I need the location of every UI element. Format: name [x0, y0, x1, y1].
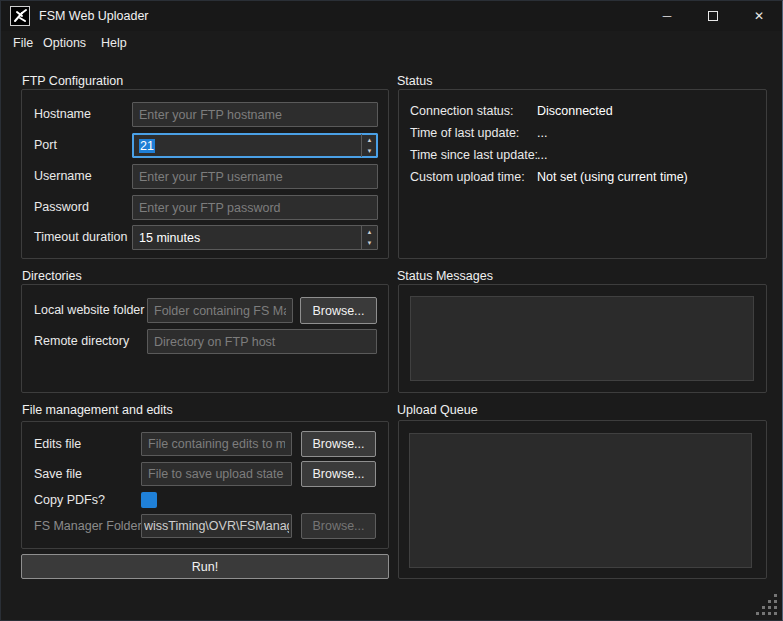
hostname-label: Hostname [34, 102, 91, 127]
local-website-folder-browse-button[interactable]: Browse... [300, 297, 377, 324]
upload-queue-title: Upload Queue [397, 403, 478, 417]
directories-title: Directories [22, 269, 82, 283]
port-spin-down-icon[interactable]: ▼ [362, 146, 377, 158]
connection-status-value: Disconnected [537, 104, 613, 118]
status-title: Status [397, 74, 432, 88]
status-messages-group [398, 284, 767, 393]
title-bar: FSM Web Uploader ─ ✕ [1, 1, 782, 31]
port-spinner[interactable]: ▲ ▼ [361, 134, 377, 157]
connection-status-label: Connection status: [410, 104, 514, 118]
port-input[interactable]: 21 ▲ ▼ [132, 133, 378, 158]
edits-file-browse-button[interactable]: Browse... [301, 431, 376, 457]
maximize-button[interactable] [690, 1, 736, 31]
save-file-input[interactable] [141, 462, 292, 486]
menu-bar: File Options Help [1, 31, 782, 55]
save-file-label: Save file [34, 462, 82, 487]
maximize-icon [708, 11, 718, 21]
status-messages-title: Status Messages [397, 269, 493, 283]
ftp-configuration-title: FTP Configuration [22, 74, 123, 88]
fs-manager-folder-input [141, 514, 292, 538]
custom-upload-time-label: Custom upload time: [410, 170, 525, 184]
local-website-folder-input[interactable] [147, 298, 293, 323]
timeout-duration-value: 15 minutes [139, 231, 200, 245]
file-management-group: Edits file Browse... Save file Browse...… [21, 421, 389, 549]
edits-file-input[interactable] [141, 432, 292, 456]
hostname-input[interactable] [132, 102, 378, 127]
timeout-spinner[interactable]: ▲ ▼ [361, 226, 377, 249]
copy-pdfs-checkbox[interactable] [141, 492, 157, 508]
remote-directory-input[interactable] [147, 329, 377, 354]
remote-directory-label: Remote directory [34, 329, 129, 354]
custom-upload-time-value: Not set (using current time) [537, 170, 688, 184]
menu-options[interactable]: Options [41, 31, 88, 55]
password-label: Password [34, 195, 89, 220]
time-of-last-update-label: Time of last update: [410, 126, 519, 140]
minimize-button[interactable]: ─ [644, 1, 690, 31]
username-label: Username [34, 164, 92, 189]
time-since-last-update-value: ... [537, 148, 547, 162]
time-of-last-update-value: ... [537, 126, 547, 140]
edits-file-label: Edits file [34, 432, 81, 457]
port-label: Port [34, 133, 57, 158]
password-input[interactable] [132, 195, 378, 220]
upload-queue-list[interactable] [409, 433, 752, 568]
fs-manager-folder-browse-button: Browse... [301, 513, 376, 539]
resize-grip-icon[interactable] [755, 593, 779, 617]
copy-pdfs-label: Copy PDFs? [34, 488, 105, 513]
menu-help[interactable]: Help [99, 31, 129, 55]
port-value-selected: 21 [139, 139, 155, 153]
timeout-duration-input[interactable]: 15 minutes ▲ ▼ [132, 225, 378, 250]
close-button[interactable]: ✕ [736, 1, 782, 31]
ftp-configuration-group: Hostname Port 21 ▲ ▼ Username Password T… [21, 89, 389, 259]
timeout-duration-label: Timeout duration [34, 225, 127, 250]
username-input[interactable] [132, 164, 378, 189]
upload-queue-group [398, 420, 767, 579]
fsm-web-uploader-window: FSM Web Uploader ─ ✕ File Options Help F… [0, 0, 783, 621]
directories-group: Local website folder Browse... Remote di… [21, 284, 389, 393]
app-icon [10, 6, 30, 26]
status-group: Connection status: Disconnected Time of … [398, 89, 767, 259]
local-website-folder-label: Local website folder [34, 298, 144, 323]
time-since-last-update-label: Time since last update: [410, 148, 538, 162]
port-spin-up-icon[interactable]: ▲ [362, 134, 377, 146]
fs-manager-folder-label: FS Manager Folder [34, 514, 142, 539]
status-messages-list[interactable] [410, 296, 754, 381]
timeout-spin-up-icon[interactable]: ▲ [362, 226, 377, 238]
timeout-spin-down-icon[interactable]: ▼ [362, 238, 377, 250]
window-title: FSM Web Uploader [39, 1, 149, 31]
file-management-title: File management and edits [22, 403, 173, 417]
menu-file[interactable]: File [11, 31, 35, 55]
save-file-browse-button[interactable]: Browse... [301, 461, 376, 487]
run-button[interactable]: Run! [21, 554, 389, 579]
